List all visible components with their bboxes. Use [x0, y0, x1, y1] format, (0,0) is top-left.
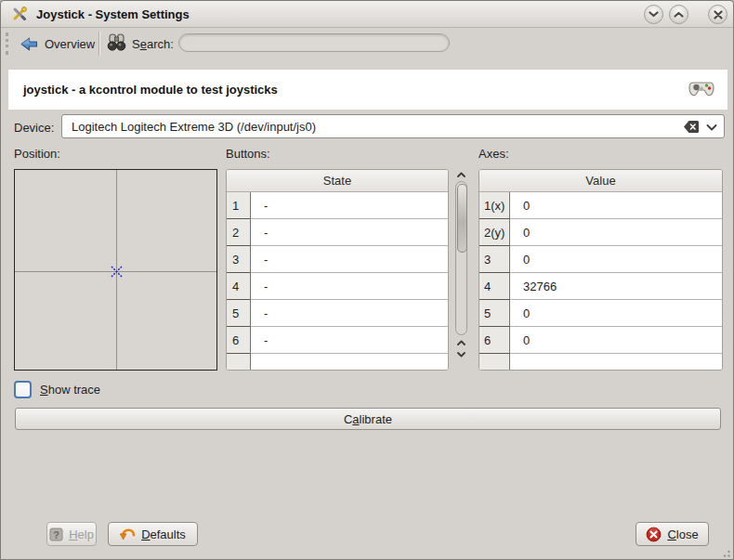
calibrate-button[interactable]: Calibrate [15, 408, 721, 430]
buttons-table-row: 4 - [227, 273, 448, 300]
axes-table-row: 1(x) 0 [479, 192, 722, 219]
toolbar-drag-handle[interactable] [6, 33, 8, 55]
search-input[interactable] [178, 33, 450, 52]
axis-value: 0 [510, 327, 722, 354]
chevron-down-icon [649, 11, 659, 18]
dropdown-chevron-icon [706, 124, 717, 131]
clear-text-icon[interactable] [683, 120, 700, 134]
button-number: 3 [227, 246, 251, 273]
axis-number: 3 [479, 246, 510, 273]
buttons-label: Buttons: [226, 147, 270, 161]
button-number: 2 [227, 219, 251, 246]
axes-table-row: 6 0 [479, 327, 722, 354]
scrollbar-thumb[interactable] [457, 184, 467, 253]
button-state: - [251, 246, 448, 273]
titlebar[interactable]: Joystick - System Settings [1, 1, 733, 28]
buttons-table-row: 1 - [227, 192, 448, 219]
buttons-table: State 1 - 2 - 3 - 4 [226, 169, 449, 371]
button-number: 4 [227, 273, 251, 300]
buttons-table-row-clipped [227, 354, 448, 371]
axes-table-row-clipped [479, 354, 722, 371]
buttons-scrollbar[interactable] [453, 169, 469, 371]
joystick-gamepad-icon [688, 79, 714, 99]
position-label: Position: [14, 147, 60, 161]
back-arrow-icon [20, 36, 38, 52]
button-state: - [251, 300, 448, 327]
show-trace-label[interactable]: Show trace [40, 383, 100, 397]
close-window-button[interactable] [708, 5, 727, 24]
axis-value: 32766 [510, 273, 722, 300]
button-number: 6 [227, 327, 251, 354]
button-state: - [251, 327, 448, 354]
button-number: 5 [227, 300, 251, 327]
help-icon: ? [49, 527, 63, 541]
help-button[interactable]: ? Help [46, 522, 97, 546]
buttons-table-row: 3 - [227, 246, 448, 273]
buttons-table-row: 5 - [227, 300, 448, 327]
defaults-button[interactable]: Defaults [108, 522, 198, 546]
module-header: joystick - a kcontrol module to test joy… [8, 70, 727, 110]
scrollbar-track[interactable] [455, 181, 467, 335]
close-dialog-icon [646, 527, 662, 542]
device-select[interactable]: Logitech Logitech Extreme 3D (/dev/input… [61, 114, 725, 138]
resize-grip[interactable] [719, 546, 731, 558]
joystick-position-marker-icon [111, 266, 123, 278]
buttons-table-column-header: State [227, 170, 448, 192]
overview-label: Overview [45, 37, 95, 51]
button-state: - [251, 192, 448, 219]
svg-text:?: ? [53, 528, 59, 540]
undo-defaults-icon [120, 527, 136, 541]
axis-number: 5 [479, 300, 510, 327]
scroll-up-icon[interactable] [457, 172, 465, 178]
defaults-label: Defaults [141, 527, 186, 541]
chevron-up-icon [674, 11, 684, 18]
buttons-table-row: 6 - [227, 327, 448, 354]
axis-number: 6 [479, 327, 510, 354]
axis-value: 0 [510, 246, 722, 273]
scroll-up-icon[interactable] [457, 340, 465, 346]
axes-table-row: 5 0 [479, 300, 722, 327]
axis-value: 0 [510, 300, 722, 327]
position-pad [14, 169, 217, 371]
toolbar-separator [98, 32, 99, 56]
minimize-button[interactable] [644, 5, 663, 24]
axis-number: 4 [479, 273, 510, 300]
axes-table-body: 1(x) 0 2(y) 0 3 0 4 32766 [479, 192, 722, 371]
axes-label: Axes: [478, 147, 509, 161]
axis-value: 0 [510, 219, 722, 246]
close-label: Close [667, 527, 698, 541]
close-button[interactable]: Close [636, 522, 709, 546]
device-select-value: Logitech Logitech Extreme 3D (/dev/input… [72, 120, 316, 134]
calibrate-label: Calibrate [344, 412, 392, 426]
module-heading: joystick - a kcontrol module to test joy… [23, 83, 278, 97]
overview-button[interactable]: Overview [17, 31, 98, 57]
buttons-table-body: 1 - 2 - 3 - 4 - 5 [227, 192, 448, 371]
window-title: Joystick - System Settings [36, 7, 190, 21]
search-binoculars-icon [106, 33, 127, 53]
maximize-button[interactable] [669, 5, 688, 24]
axis-value: 0 [510, 192, 722, 219]
axes-table: Value 1(x) 0 2(y) 0 3 0 4 [478, 169, 723, 371]
search-label: Search: [132, 37, 174, 51]
axes-table-row: 2(y) 0 [479, 219, 722, 246]
button-state: - [251, 273, 448, 300]
axis-number: 1(x) [479, 192, 510, 219]
system-settings-icon [11, 6, 28, 22]
axes-table-row: 3 0 [479, 246, 722, 273]
scroll-down-icon[interactable] [457, 351, 465, 358]
axes-table-row: 4 32766 [479, 273, 722, 300]
axes-table-column-header: Value [479, 170, 722, 192]
button-state: - [251, 219, 448, 246]
show-trace-checkbox[interactable] [14, 381, 32, 398]
help-label: Help [69, 527, 94, 541]
buttons-table-row: 2 - [227, 219, 448, 246]
axis-number: 2(y) [479, 219, 510, 246]
close-icon [714, 10, 723, 20]
system-settings-window: Joystick - System Settings Overview Sear… [0, 0, 734, 560]
button-number: 1 [227, 192, 251, 219]
device-label: Device: [14, 121, 54, 135]
